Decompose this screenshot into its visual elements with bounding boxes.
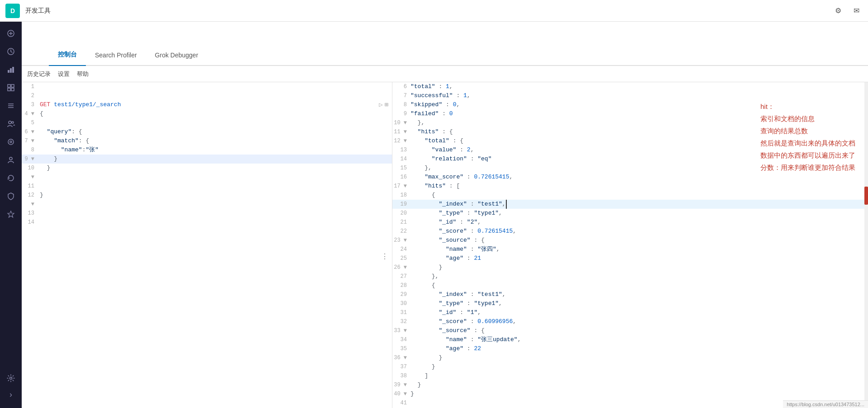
table-row: 3 GET test1/type1/_search ▷ ⊞ — [22, 100, 392, 109]
table-row: 22 "_score" : 0.72615415, — [392, 227, 864, 236]
sidebar-icon-grid[interactable] — [3, 80, 19, 96]
table-row: 14 "relation" : "eq" — [392, 155, 864, 164]
sidebar-icon-clock[interactable] — [3, 43, 19, 60]
table-row: 5 — [22, 118, 392, 127]
table-row: 14 — [22, 218, 392, 227]
sub-toolbar: 历史记录 设置 帮助 — [22, 66, 868, 82]
sidebar-icon-person[interactable] — [3, 152, 19, 168]
svg-rect-7 — [8, 84, 10, 87]
table-row: 25 "age" : 21 — [392, 254, 864, 263]
svg-rect-8 — [11, 84, 14, 87]
topbar: D 开发工具 ⚙ ✉ — [0, 0, 868, 22]
tab-grok-debugger[interactable]: Grok Debugger — [146, 45, 208, 66]
table-row: 21 "_id" : "2", — [392, 218, 864, 227]
table-row: 37 } — [392, 362, 864, 371]
svg-point-14 — [9, 121, 11, 124]
right-scrollbar[interactable] — [864, 82, 868, 408]
sub-toolbar-settings[interactable]: 设置 — [58, 70, 70, 78]
table-row: 38 ] — [392, 371, 864, 380]
sidebar-icon-users[interactable] — [3, 116, 19, 132]
svg-rect-9 — [8, 88, 10, 91]
sidebar-icon-refresh[interactable] — [3, 170, 19, 186]
sidebar: › — [0, 22, 22, 408]
table-row: 7 ▼ "match": { — [22, 136, 392, 145]
tab-console[interactable]: 控制台 — [49, 44, 86, 66]
table-row: 29 "_index" : "test1", — [392, 290, 864, 299]
table-row: 24 "name" : "张四", — [392, 245, 864, 254]
tabbar: 控制台 Search Profiler Grok Debugger — [22, 43, 868, 66]
table-row: 36 ▼ } — [392, 353, 864, 362]
run-icon[interactable]: ▷ — [379, 100, 382, 109]
left-pane: 1 2 3 GET test1/type1/_search ▷ ⊞ — [22, 82, 392, 408]
table-row: 13 — [22, 209, 392, 218]
svg-point-17 — [10, 141, 12, 143]
more-options-button[interactable]: ⋮ — [381, 252, 388, 260]
table-row: 11 — [22, 182, 392, 191]
table-row: 1 — [22, 82, 392, 91]
table-row: 35 "age" : 22 — [392, 344, 864, 353]
table-row: 31 "_id" : "1", — [392, 308, 864, 317]
app-logo: D — [5, 4, 20, 18]
table-row: 8 "skipped" : 0, — [392, 100, 864, 109]
table-row: 30 "_type" : "type1", — [392, 299, 864, 308]
table-row: 26 ▼ } — [392, 263, 864, 272]
table-row: 34 "name" : "张三update", — [392, 335, 864, 344]
sidebar-icon-list[interactable] — [3, 98, 19, 114]
sidebar-icon-puzzle[interactable] — [3, 134, 19, 150]
table-row: 23 ▼ "_source" : { — [392, 236, 864, 245]
sidebar-icon-shield[interactable] — [3, 188, 19, 204]
table-row: 32 "_score" : 0.60996956, — [392, 317, 864, 326]
sidebar-icon-chart[interactable] — [3, 61, 19, 78]
mail-topbar-icon[interactable]: ✉ — [850, 5, 863, 17]
table-row: 27 }, — [392, 272, 864, 281]
table-row: 17 ▼ "hits" : [ — [392, 182, 864, 191]
table-row: 6 "total" : 1, — [392, 82, 864, 91]
scrollbar-thumb[interactable] — [864, 187, 868, 205]
right-pane[interactable]: 6 "total" : 1, 7 "successful" : 1, 8 "sk… — [392, 82, 864, 408]
tab-search-profiler[interactable]: Search Profiler — [86, 45, 146, 66]
left-editor[interactable]: 1 2 3 GET test1/type1/_search ▷ ⊞ — [22, 82, 392, 408]
table-row: 9 ▼ } — [22, 155, 392, 164]
svg-rect-4 — [8, 70, 9, 73]
sidebar-icon-arrow[interactable]: › — [3, 386, 19, 403]
svg-point-15 — [12, 122, 14, 123]
sidebar-icon-home[interactable] — [3, 25, 19, 42]
table-row: 20 "_type" : "type1", — [392, 209, 864, 218]
table-row: 13 "value" : 2, — [392, 145, 864, 155]
table-row: 19 "_index" : "test1", — [392, 200, 864, 209]
sub-toolbar-history[interactable]: 历史记录 — [27, 70, 51, 78]
table-row: 10 ▼ } — [22, 164, 392, 182]
table-row: 12 ▼ } — [22, 191, 392, 209]
table-row: 16 "max_score" : 0.72615415, — [392, 173, 864, 182]
table-row: 33 ▼ "_source" : { — [392, 326, 864, 335]
footer-url: https://blog.csdn.net/u013473512... — [783, 400, 868, 408]
table-row: 2 — [22, 91, 392, 100]
main-content: 控制台 Search Profiler Grok Debugger 历史记录 设… — [22, 43, 868, 408]
copy-icon[interactable]: ⊞ — [385, 100, 388, 109]
svg-point-18 — [9, 157, 12, 160]
table-row: 9 "failed" : 0 — [392, 109, 864, 118]
table-row: 39 ▼ } — [392, 380, 864, 389]
table-row: 18 { — [392, 191, 864, 200]
table-row: 11 ▼ "hits" : { — [392, 127, 864, 136]
svg-rect-6 — [12, 67, 14, 73]
editor-area: 1 2 3 GET test1/type1/_search ▷ ⊞ — [22, 82, 868, 408]
settings-topbar-icon[interactable]: ⚙ — [832, 5, 844, 17]
svg-point-20 — [10, 377, 12, 380]
table-row: 10 ▼ }, — [392, 118, 864, 127]
app-title: 开发工具 — [25, 7, 51, 15]
table-row: 40 ▼ } — [392, 389, 864, 399]
table-row: 7 "successful" : 1, — [392, 91, 864, 100]
svg-marker-19 — [8, 211, 14, 217]
svg-rect-10 — [11, 88, 14, 91]
table-row: 28 { — [392, 281, 864, 290]
sidebar-icon-star[interactable] — [3, 206, 19, 222]
table-row: 12 ▼ "total" : { — [392, 136, 864, 145]
table-row: 6 ▼ "query": { — [22, 127, 392, 136]
svg-rect-5 — [10, 68, 12, 73]
sub-toolbar-help[interactable]: 帮助 — [77, 70, 89, 78]
svg-point-16 — [8, 139, 14, 145]
table-row: 15 }, — [392, 164, 864, 173]
table-row: 8 "name":"张" — [22, 145, 392, 155]
sidebar-icon-settings[interactable] — [3, 370, 19, 386]
